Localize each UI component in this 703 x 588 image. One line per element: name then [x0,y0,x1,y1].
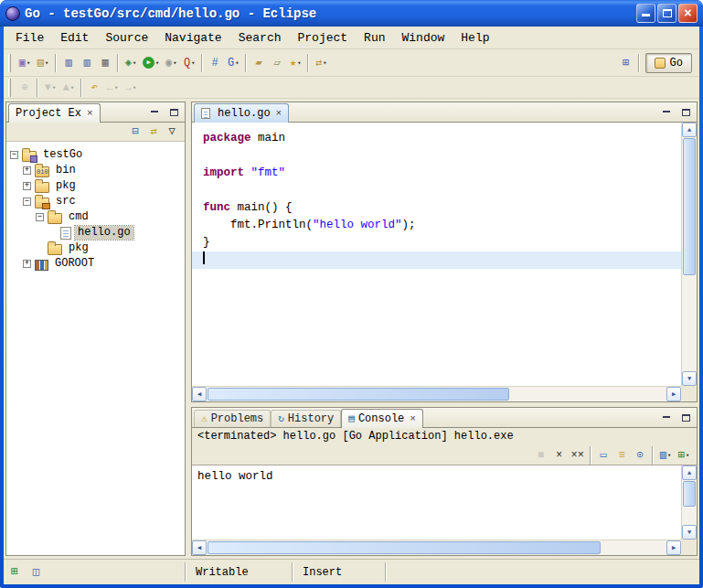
search-button[interactable]: ★▾ [286,53,304,73]
tree-item-hello-go[interactable]: hello.go [6,225,185,241]
close-tab-icon[interactable]: × [274,108,282,119]
scrollbar-thumb[interactable] [683,138,696,275]
minimize-view-button[interactable] [146,105,163,119]
tree-item-bin[interactable]: +bin [6,163,185,178]
save-button[interactable]: ▥ [59,53,78,73]
menu-navigate[interactable]: Navigate [156,28,229,48]
scroll-up-button[interactable]: ▲ [682,465,697,480]
scroll-right-button[interactable]: ▶ [666,540,681,555]
fast-view-button[interactable]: ⊞ [11,566,18,578]
close-tab-icon[interactable]: × [85,108,93,119]
menu-window[interactable]: Window [394,28,453,48]
print-button[interactable]: ▦ [96,53,114,73]
tree-item-pkg[interactable]: +pkg [6,178,185,194]
scroll-lock-button[interactable]: ≡ [612,445,631,465]
maximize-view-button[interactable] [165,105,182,119]
expand-icon[interactable]: + [23,166,31,175]
link-with-editor-button[interactable]: ⇄ [144,123,163,140]
scroll-left-button[interactable]: ◀ [192,540,207,555]
menu-help[interactable]: Help [453,28,497,48]
scroll-left-button[interactable]: ◀ [192,387,207,401]
expand-icon[interactable]: + [23,182,31,190]
go-perspective-button[interactable]: Go [645,53,692,73]
save-all-button[interactable]: ▥ [78,53,96,73]
minimize-view-button[interactable] [658,411,675,424]
code-line[interactable] [192,251,681,269]
menu-run[interactable]: Run [356,28,393,48]
scroll-up-button[interactable]: ▲ [682,123,697,137]
collapse-icon[interactable]: − [10,151,18,159]
maximize-view-button[interactable] [677,411,694,424]
maximize-button[interactable] [657,4,676,23]
code-line[interactable]: package main [192,130,681,147]
external-tools-button[interactable]: Q▾ [180,53,198,73]
scroll-down-button[interactable]: ▼ [682,525,697,540]
editor-horizontal-scrollbar[interactable]: ◀ ▶ [192,386,681,401]
tab-hello-go[interactable]: hello.go × [194,103,289,123]
scroll-down-button[interactable]: ▼ [682,371,697,386]
terminate-button[interactable]: ■ [532,445,550,465]
minimize-view-button[interactable] [658,105,675,119]
code-line[interactable] [192,182,681,199]
minimize-button[interactable] [636,4,655,23]
pin-console-button[interactable]: ⊙ [631,445,649,465]
last-edit-location-button[interactable]: ↶ [85,78,103,98]
code-line[interactable]: import "fmt" [192,165,681,182]
scroll-right-button[interactable]: ▶ [666,387,681,401]
tab-console[interactable]: ▤Console× [341,409,423,428]
menu-source[interactable]: Source [97,28,156,48]
profile-button[interactable]: ◉▾ [162,53,180,73]
new-go-element-button[interactable]: ▤▾ [34,53,52,73]
scrollbar-thumb[interactable] [683,481,696,507]
expand-icon[interactable]: + [23,260,31,268]
run-button[interactable]: ▶▾ [140,53,162,73]
minimized-view-button[interactable]: ◫ [33,566,40,578]
console-vertical-scrollbar[interactable]: ▲ ▼ [681,465,697,540]
new-wizard-button[interactable]: ▣▾ [16,53,34,73]
tree-item-cmd[interactable]: −cmd [6,209,185,225]
debug-button[interactable]: ◈▾ [122,53,140,73]
collapse-icon[interactable]: − [23,198,31,206]
clear-console-button[interactable]: ▭ [594,445,612,465]
previous-annotation-button[interactable]: ▲▾ [59,78,78,98]
code-line[interactable]: func main() { [192,199,681,217]
menu-search[interactable]: Search [230,28,290,48]
tree-item-pkg[interactable]: pkg [6,241,185,256]
menu-edit[interactable]: Edit [52,28,97,48]
console-horizontal-scrollbar[interactable]: ◀ ▶ [192,540,681,555]
code-line[interactable]: } [192,234,681,251]
console-output-area[interactable]: hello world ▲ ▼ ◀ ▶ [192,465,697,555]
go-tools-button[interactable]: G▾ [224,53,242,73]
open-resource-button[interactable]: ▱ [268,53,286,73]
code-area[interactable]: package mainimport "fmt"func main() { fm… [192,123,681,386]
new-go-app-button[interactable]: # [206,53,224,73]
code-line[interactable]: fmt.Println("hello world"); [192,217,681,234]
tab-problems[interactable]: ⚠Problems [194,410,271,427]
scrollbar-thumb[interactable] [208,541,601,554]
pin-editor-button[interactable]: ⊕ [16,78,34,98]
open-perspective-button[interactable]: ⊞ [617,53,635,73]
tab-history[interactable]: ↻History [271,410,341,427]
scrollbar-thumb[interactable] [208,388,509,401]
tree-item-goroot[interactable]: +GOROOT [6,256,185,272]
forward-button[interactable]: →▾ [122,78,140,98]
menu-project[interactable]: Project [289,28,356,48]
tab-project-explorer[interactable]: Project Ex × [8,103,101,123]
close-tab-icon[interactable]: × [408,413,416,424]
remove-launch-button[interactable]: × [550,445,569,465]
editor-vertical-scrollbar[interactable]: ▲ ▼ [681,123,697,386]
collapse-icon[interactable]: − [36,213,44,221]
code-editor[interactable]: package mainimport "fmt"func main() { fm… [192,123,697,401]
open-archive-button[interactable]: ▰ [250,53,268,73]
back-button[interactable]: ←▾ [103,78,122,98]
next-annotation-button[interactable]: ▼▾ [41,78,59,98]
display-console-button[interactable]: ▥▾ [656,445,675,465]
close-button[interactable]: × [678,4,698,23]
collapse-all-button[interactable]: ⊟ [126,123,144,140]
remove-all-launches-button[interactable]: ×× [569,445,587,465]
tree-item-src[interactable]: −src [6,194,185,209]
tree-item-testgo[interactable]: −testGo [6,147,185,163]
titlebar[interactable]: Go - testGo/src/cmd/hello.go - Eclipse × [0,0,703,27]
team-sync-button[interactable]: ⇄▾ [312,53,330,73]
open-console-button[interactable]: ⊞▾ [675,445,693,465]
